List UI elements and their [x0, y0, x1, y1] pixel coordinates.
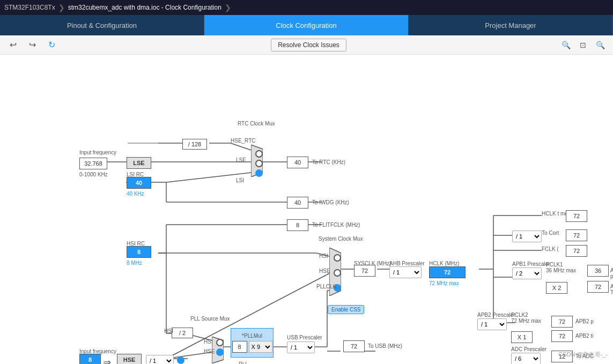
usb-div-select[interactable]: / 1 — [287, 341, 315, 353]
hclk-out3-box: 72 — [566, 245, 587, 257]
to-rtc-label: To RTC (KHz) — [312, 159, 345, 165]
ahb-div-select[interactable]: / 1 — [389, 266, 422, 278]
lse-line-label: LSE — [236, 157, 246, 163]
hsi-mux-label: HSI — [319, 253, 328, 259]
hsi-rc-box[interactable]: 8 — [127, 246, 151, 258]
svg-line-3 — [231, 143, 251, 150]
arrow-right: ⇒ — [103, 356, 111, 364]
hclk-out2-box: 72 — [566, 229, 587, 241]
system-clock-mux-label: System Clock Mux — [319, 236, 363, 242]
pclk2-max: 72 MHz max — [511, 318, 541, 324]
ahb-prescaler-label: AHB Prescaler — [389, 261, 425, 266]
lse-box[interactable]: LSE — [127, 157, 151, 169]
clock-diagram: Input frequency 32.768 0-1000 KHz LSE LS… — [0, 55, 613, 364]
refresh-button[interactable]: ↻ — [44, 38, 59, 53]
tab-bar: Pinout & Configuration Clock Configurati… — [0, 15, 613, 35]
pclk1-label: PCLK1 — [546, 262, 563, 268]
usb-prescaler-label: USB Prescaler — [287, 335, 322, 340]
apb1-div-select[interactable]: / 2 — [512, 268, 542, 279]
hse-path-radio[interactable] — [177, 356, 184, 364]
input-freq-bot-box[interactable]: 8 — [79, 354, 101, 364]
pll-mul-area: *PLLMul 8 X 9 — [231, 328, 274, 358]
rtc-radio-lse[interactable] — [255, 160, 263, 167]
tab-clock[interactable]: Clock Configuration — [204, 15, 409, 35]
enable-css-button[interactable]: Enable CSS — [328, 305, 364, 314]
hclk-box[interactable]: 72 — [429, 266, 466, 278]
hsi-div2-box[interactable]: / 2 — [172, 328, 193, 338]
hclk-out2-label: To Cort — [542, 230, 559, 236]
rtc-clock-mux-label: RTC Clock Mux — [238, 121, 275, 127]
pll-mul-select[interactable]: X 9 — [249, 341, 272, 353]
hclk-out3-label: FCLK ( — [542, 246, 559, 252]
hse-pll-label: HSE — [204, 348, 215, 354]
pll-src-radio-hsi[interactable] — [216, 339, 224, 346]
to-flit-box[interactable]: 8 — [287, 219, 308, 231]
lsi-rc-unit: 40 KHz — [127, 191, 144, 197]
lsi-rc-box[interactable]: 40 — [127, 177, 151, 189]
apb2-tim-box: 72 — [551, 330, 573, 342]
sep1: ❯ — [58, 3, 65, 12]
hse-div-select[interactable]: / 1 — [146, 355, 174, 364]
rtc-radio-hse[interactable] — [255, 150, 263, 158]
pclk1-max: 36 MHz max — [546, 268, 576, 273]
apb1-out-box: 36 — [587, 265, 609, 277]
tab-pinout[interactable]: Pinout & Configuration — [0, 15, 204, 35]
hsi-pll-label: HSI — [204, 339, 213, 345]
main-content: Input frequency 32.768 0-1000 KHz LSE LS… — [0, 55, 613, 364]
apb2-out-box: 72 — [551, 316, 573, 328]
hse-rtc-label: HSE_RTC — [231, 138, 256, 144]
adc-prescaler-label: ADC Prescaler — [511, 346, 546, 352]
pll-src-radio-hse[interactable] — [216, 348, 224, 356]
sys-radio-hse[interactable] — [334, 269, 341, 277]
pllclk-mux-label: PLLCLK — [316, 284, 336, 289]
sep2: ❯ — [225, 3, 231, 12]
adc-div-select[interactable]: / 6 — [511, 353, 541, 364]
hse-mux-label: HSE — [319, 268, 330, 274]
apb1-label: APB1 p — [610, 268, 613, 279]
hclk-max: 72 MHz max — [429, 280, 459, 286]
sysclk-box[interactable]: 72 — [354, 265, 375, 277]
hse-bot-box[interactable]: HSE — [117, 354, 142, 364]
pll-mul-val-box: 8 — [232, 341, 247, 353]
input-freq-top-box[interactable]: 32.768 — [79, 158, 107, 169]
tab-project[interactable]: Project Manager — [409, 15, 613, 35]
lsi-line-label: LSI — [236, 177, 244, 183]
redo-button[interactable]: ↪ — [25, 38, 40, 53]
apb2-p-label: APB2 p — [575, 318, 594, 324]
pclk2-label: PCLK2 — [511, 312, 528, 318]
div128-box[interactable]: / 128 — [182, 139, 207, 150]
apb2-div-select[interactable]: / 1 — [477, 318, 507, 330]
undo-button[interactable]: ↩ — [5, 38, 20, 53]
x2-box: X 2 — [546, 282, 567, 294]
to-rtc-box[interactable]: 40 — [287, 157, 308, 168]
pll-source-mux-label: PLL Source Mux — [190, 316, 230, 322]
to-iwdg-box[interactable]: 40 — [287, 197, 308, 209]
resolve-clock-button[interactable]: Resolve Clock Issues — [271, 39, 346, 51]
apb2-prescaler-label: APB2 Prescaler — [477, 312, 515, 318]
zoom-out-button[interactable]: 🔍 — [593, 38, 608, 53]
file-label: stm32cubemx_adc with dma.ioc - Clock Con… — [68, 4, 221, 11]
watermark: CSDN @学生哥-_- — [558, 351, 608, 359]
rtc-radio-lsi[interactable] — [255, 169, 263, 177]
apb1-tim-box: 72 — [587, 281, 609, 293]
apb1-tim-label: APB1 Ti — [610, 284, 613, 295]
hclk-cortex-div-select[interactable]: / 1 — [512, 231, 542, 242]
hsi-rc-unit: 8 MHz — [127, 260, 142, 266]
apb1-prescaler-label: APB1 Prescaler — [512, 261, 550, 267]
to-flit-label: To FLITFCLK (MHz) — [312, 222, 360, 228]
hclk-out1-box: 72 — [566, 210, 587, 222]
zoom-group: 🔍 ⊡ 🔍 — [558, 38, 608, 53]
hclk-label: HCLK (MHz) — [429, 261, 460, 266]
pll-mul-label: *PLLMul — [242, 333, 262, 339]
zoom-fit-button[interactable]: ⊡ — [575, 38, 590, 53]
pll-label: PLL — [239, 361, 248, 364]
input-freq-top-label: Input frequency — [79, 150, 116, 155]
hsi-div2-src-label: HSI — [164, 328, 173, 334]
usb-out-box: 72 — [343, 340, 365, 352]
zoom-in-button[interactable]: 🔍 — [558, 38, 573, 53]
sys-radio-hsi[interactable] — [334, 254, 341, 262]
chip-label: STM32F103C8Tx — [4, 4, 55, 11]
title-bar: STM32F103C8Tx ❯ stm32cubemx_adc with dma… — [0, 0, 613, 15]
to-iwdg-label: To IWDG (KHz) — [312, 199, 349, 205]
input-freq-top-range: 0-1000 KHz — [79, 172, 108, 177]
